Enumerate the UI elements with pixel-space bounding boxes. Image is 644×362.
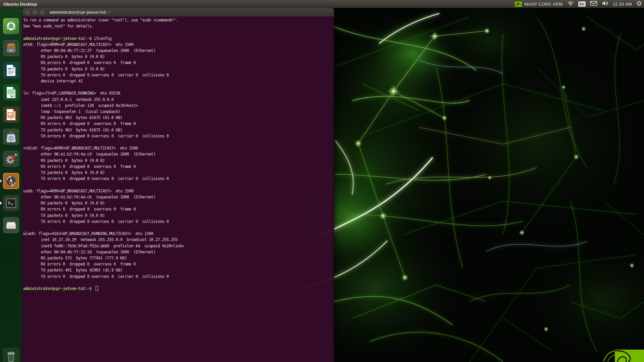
window-minimize-button[interactable]: − [32, 10, 38, 15]
window-maximize-button[interactable]: □ [40, 10, 45, 15]
launcher-item-disks[interactable] [3, 217, 19, 233]
nvidia-gpu-icon [515, 2, 522, 7]
terminal-window: × − □ administrator@cpr-jetson-tx2: ~ Ch… [22, 8, 334, 362]
ubuntu-logo-icon [4, 19, 18, 34]
launcher-item-trash[interactable] [3, 348, 19, 362]
sound-volume-icon[interactable] [602, 1, 608, 7]
trash-icon [4, 349, 18, 362]
launcher-item-libreoffice-writer[interactable] [3, 62, 19, 78]
window-title: administrator@cpr-jetson-tx2: ~ [50, 10, 111, 15]
launcher-item-ubuntu[interactable] [3, 18, 19, 34]
software-updater-icon: A [4, 174, 18, 188]
terminal-body[interactable]: Chromium nvidia Jetson Developer Zone nv… [22, 17, 334, 362]
svg-text:A: A [9, 178, 13, 183]
launcher-item-system-settings[interactable] [3, 151, 19, 167]
nvidia-power-mode-indicator[interactable]: MAXP CORE ARM [515, 0, 563, 8]
desktop-app-label: Ubuntu Desktop [3, 0, 37, 8]
launcher-item-libreoffice-calc[interactable] [3, 84, 19, 101]
terminal-scrollbar[interactable] [333, 17, 334, 362]
terminal-output: To run a command as administrator (user … [23, 17, 184, 292]
launcher-item-ubuntu-software[interactable] [3, 129, 19, 145]
launcher-item-software-updater[interactable]: A [3, 173, 19, 189]
running-pip-software-updater [0, 179, 2, 183]
session-gear-icon[interactable] [636, 1, 642, 8]
terminal-cursor [96, 286, 98, 291]
system-settings-icon [4, 152, 18, 166]
window-titlebar[interactable]: × − □ administrator@cpr-jetson-tx2: ~ [22, 8, 334, 17]
window-close-button[interactable]: × [25, 10, 30, 15]
launcher-item-files[interactable] [3, 40, 19, 56]
ubuntu-software-icon [4, 129, 18, 144]
libreoffice-calc-icon [4, 85, 18, 100]
running-pip-terminal [0, 201, 2, 205]
network-wifi-icon[interactable] [567, 1, 574, 7]
keyboard-layout-indicator[interactable]: En [578, 1, 586, 7]
launcher-item-terminal[interactable] [3, 195, 19, 211]
nvidia-power-mode-label: MAXP CORE ARM [524, 2, 563, 7]
messages-envelope-icon[interactable] [590, 1, 597, 7]
files-cabinet-icon [4, 41, 18, 56]
top-panel: Ubuntu Desktop MAXP CORE ARM En [0, 0, 644, 8]
libreoffice-writer-icon [4, 63, 18, 78]
terminal-icon [4, 196, 18, 210]
disk-drive-icon [4, 218, 18, 233]
launcher-item-libreoffice-impress[interactable] [3, 107, 19, 123]
libreoffice-impress-icon [4, 107, 18, 122]
clock[interactable]: 11:33 AM [613, 2, 632, 7]
unity-launcher: A [0, 8, 22, 362]
